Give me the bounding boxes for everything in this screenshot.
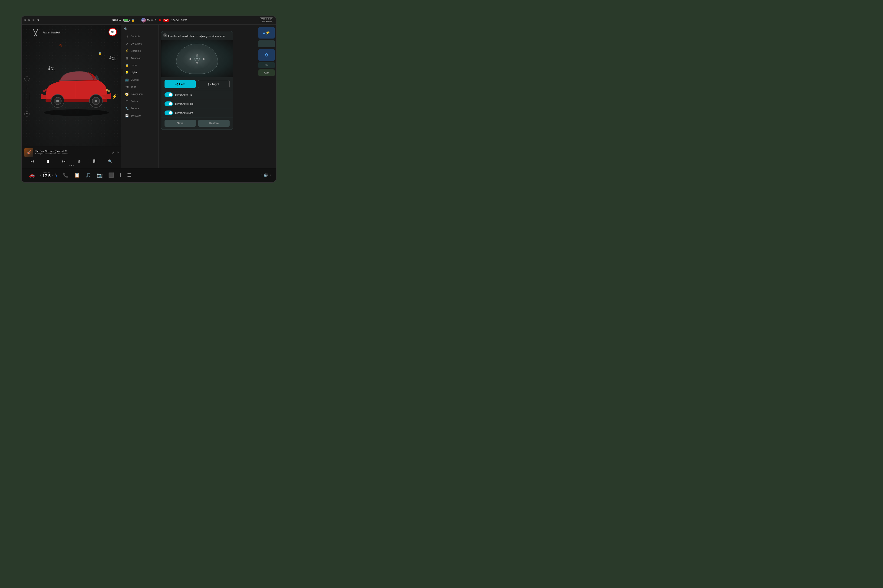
taskbar-spotify-item[interactable]: 🎵 [83,172,94,178]
next-button[interactable]: ⏭ [61,159,66,164]
lights-icon: 💡 [125,71,129,74]
svg-point-6 [56,100,59,102]
mirror-auto-fold-toggle[interactable] [164,102,173,106]
track-info: 🎻 The Four Seasons (Concerti C... Baroqu… [24,148,119,157]
menu-item-service[interactable]: 🔧 Service [122,105,158,112]
menu-item-trips[interactable]: 🗺 Trips [122,83,158,90]
track-details: The Four Seasons (Concerti C... Baroque … [35,150,110,155]
menu-item-safety[interactable]: 🛡 Safety [122,98,158,105]
temperature-control: ‹ Manual 17.5 › 🌬 💺 [38,171,60,178]
save-button[interactable]: Save [164,120,196,127]
seat-heat-icons: 🌬 💺 [55,173,58,177]
apps-icon: ⬛ [108,172,114,178]
temp-decrease-button[interactable]: ‹ [40,173,41,177]
music-player: 🎻 The Four Seasons (Concerti C... Baroqu… [22,146,122,168]
search-icon: 🔍 [124,27,128,31]
navigation-label: Navigation [131,93,143,95]
lights-label: Lights [131,71,137,74]
dialog-instruction: Use the left scroll wheel to adjust your… [161,32,233,40]
spotify-icon: 🎵 [86,172,91,178]
range-display: 340 km [112,19,120,22]
mirror-icon-left: ◁ [176,82,178,86]
dialog-close-button[interactable]: ✕ [163,33,167,38]
menu-item-software[interactable]: 💾 Software [122,112,158,119]
volume-icon[interactable]: 🔊 [263,173,268,177]
restore-button[interactable]: Restore [198,120,230,127]
auto-label: Auto [264,72,269,74]
vol-prev-button[interactable]: ‹ [261,173,262,177]
trips-label: Trips [131,86,136,88]
right-button-label: Right [212,82,219,86]
grid-icon: ☰ [127,172,131,178]
taskbar-apps-item[interactable]: ⬛ [105,172,117,178]
sos-badge: SOS [163,19,169,22]
menu-item-navigation[interactable]: 🧭 Navigation [122,90,158,98]
tile-divider [259,40,275,47]
mirror-auto-dim-toggle[interactable] [164,111,173,115]
left-button-label: Left [179,82,185,86]
nav-down-arrow[interactable]: ▼ [24,111,30,117]
dynamics-label: Dynamics [131,42,142,45]
equalizer-icon[interactable]: 🎛 [92,159,97,164]
navigation-icon: 🧭 [125,92,129,96]
mirror-auto-dim-label: Mirror Auto Dim [175,111,230,114]
trunk-label[interactable]: Open Trunk [110,56,116,61]
menu-item-locks[interactable]: 🔒 Locks [122,62,158,69]
autopilot-label: Autopilot [131,57,141,59]
tile-3[interactable]: tlh [259,62,275,68]
notes-icon: 📋 [74,172,80,178]
menu-item-dynamics[interactable]: ↗ Dynamics [122,40,158,47]
left-mirror-button[interactable]: ◁ Left [164,80,196,88]
frunk-label[interactable]: Open Frunk [48,66,55,71]
safety-label: Safety [131,100,138,103]
crosshair-middle: ◀ ▶ [189,56,205,61]
music-extra-icons: ⇄ ↻ [112,151,119,154]
locks-label: Locks [131,64,137,67]
right-mirror-button[interactable]: ▷ Right [198,80,230,88]
play-pause-button[interactable]: ⏸ [45,158,51,165]
dynamics-icon: ↗ [125,42,129,45]
menu-item-lights[interactable]: 💡 Lights [122,69,158,76]
user-profile[interactable]: MR Martin R [141,18,156,22]
search-music-button[interactable]: 🔍 [107,159,113,164]
temp-value-display: 17.5 [42,174,51,178]
nav-up-arrow[interactable]: ▲ [24,76,30,81]
side-menu: 🔍 ⚙ Controls ↗ Dynamics ⚡ Charging ◎ Aut… [122,25,159,168]
shuffle-icon[interactable]: ⇄ [112,151,114,154]
mirror-icon-right: ▷ [208,82,211,86]
tile-1[interactable]: ≡⚡ [259,27,275,39]
charging-icon: ⚡ [125,49,129,53]
prev-button[interactable]: ⏮ [30,159,35,164]
instruction-text: Use the left scroll wheel to adjust your… [168,35,226,38]
taskbar-phone-item[interactable]: 📞 [60,172,71,178]
add-to-queue-button[interactable]: ⊕ [77,159,81,164]
recording-indicator [159,19,161,21]
menu-item-controls[interactable]: ⚙ Controls [122,33,158,40]
right-tiles: ≡⚡ ⚙ tlh Auto [259,27,275,76]
temp-increase-button[interactable]: › [52,173,53,177]
left-panel: 90 Fasten Seatbelt ▲ [22,25,122,168]
camera-icon: 📷 [97,172,103,178]
taskbar-notes-item[interactable]: 📋 [71,172,83,178]
clock-display: 15:04 [171,19,179,22]
repeat-icon[interactable]: ↻ [116,151,119,154]
car-door-icon [25,93,29,100]
mirror-frame: ▲ ◀ ▶ ▼ [176,44,218,74]
album-art-emoji: 🎻 [27,150,31,154]
taskbar-camera-item[interactable]: 📷 [94,172,105,178]
menu-item-autopilot[interactable]: ◎ Autopilot [122,54,158,62]
page-indicator [24,165,119,166]
menu-item-charging[interactable]: ⚡ Charging [122,47,158,54]
taskbar-info-item[interactable]: ℹ [117,172,124,178]
menu-item-display[interactable]: 📺 Display [122,76,158,83]
tile-2[interactable]: ⚙ [259,49,275,61]
mirror-auto-tilt-toggle[interactable] [164,92,173,97]
taskbar-car-item[interactable]: 🚗 [26,172,38,178]
mirror-preview: ▲ ◀ ▶ ▼ [161,40,233,77]
mirror-auto-dim-row: Mirror Auto Dim [161,108,233,117]
crosshair-dot [196,58,198,59]
auto-tile[interactable]: Auto [259,69,275,76]
main-area: 90 Fasten Seatbelt ▲ [22,25,276,168]
vol-next-button[interactable]: › [270,173,271,177]
taskbar-menu-item[interactable]: ☰ [124,172,134,178]
